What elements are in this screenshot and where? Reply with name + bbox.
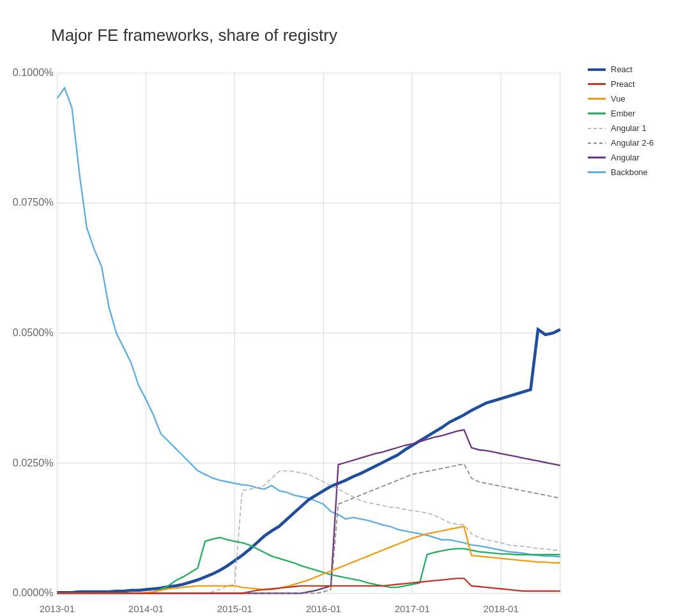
- svg-text:2018-01: 2018-01: [484, 603, 519, 614]
- svg-text:2017-01: 2017-01: [395, 603, 430, 614]
- legend-label-ember: Ember: [611, 109, 635, 118]
- legend-item-angular: Angular: [588, 153, 677, 162]
- legend-item-angular1: Angular 1: [588, 123, 677, 133]
- legend-item-preact: Preact: [588, 79, 677, 89]
- legend-item-vue: Vue: [588, 94, 677, 104]
- legend-item-backbone: Backbone: [588, 167, 677, 177]
- svg-text:2013-01: 2013-01: [40, 603, 75, 614]
- legend-swatch-angular1: [588, 128, 606, 129]
- chart-plot: .grid-line { stroke: #ddd; stroke-width:…: [13, 58, 575, 616]
- legend-swatch-angular26: [588, 142, 606, 144]
- chart-container: Major FE frameworks, share of registry .…: [0, 0, 690, 616]
- chart-title: Major FE frameworks, share of registry: [13, 26, 677, 45]
- svg-text:0.0000%: 0.0000%: [13, 587, 54, 598]
- chart-svg: .grid-line { stroke: #ddd; stroke-width:…: [13, 58, 575, 616]
- svg-text:0.1000%: 0.1000%: [13, 66, 54, 78]
- legend-label-preact: Preact: [611, 79, 635, 89]
- legend-label-vue: Vue: [611, 94, 625, 104]
- legend-label-angular1: Angular 1: [611, 123, 647, 133]
- legend-item-react: React: [588, 65, 677, 74]
- svg-text:2016-01: 2016-01: [306, 603, 341, 614]
- legend-item-angular26: Angular 2-6: [588, 138, 677, 148]
- legend-label-angular: Angular: [611, 153, 640, 162]
- chart-legend: React Preact Vue Ember Angular 1 Angular…: [575, 58, 677, 616]
- legend-label-angular26: Angular 2-6: [611, 138, 654, 148]
- legend-swatch-ember: [588, 112, 606, 114]
- legend-swatch-vue: [588, 98, 606, 100]
- legend-swatch-react: [588, 68, 606, 71]
- svg-text:0.0250%: 0.0250%: [13, 457, 54, 468]
- legend-swatch-backbone: [588, 171, 606, 173]
- legend-swatch-angular: [588, 157, 606, 158]
- svg-text:0.0750%: 0.0750%: [13, 196, 54, 208]
- legend-label-react: React: [611, 65, 632, 74]
- chart-area: .grid-line { stroke: #ddd; stroke-width:…: [13, 58, 575, 616]
- svg-text:2015-01: 2015-01: [217, 603, 252, 614]
- legend-item-ember: Ember: [588, 109, 677, 118]
- legend-label-backbone: Backbone: [611, 167, 648, 177]
- chart-body: .grid-line { stroke: #ddd; stroke-width:…: [13, 58, 677, 616]
- svg-text:2014-01: 2014-01: [128, 603, 164, 614]
- legend-swatch-preact: [588, 83, 606, 85]
- svg-text:0.0500%: 0.0500%: [13, 327, 54, 338]
